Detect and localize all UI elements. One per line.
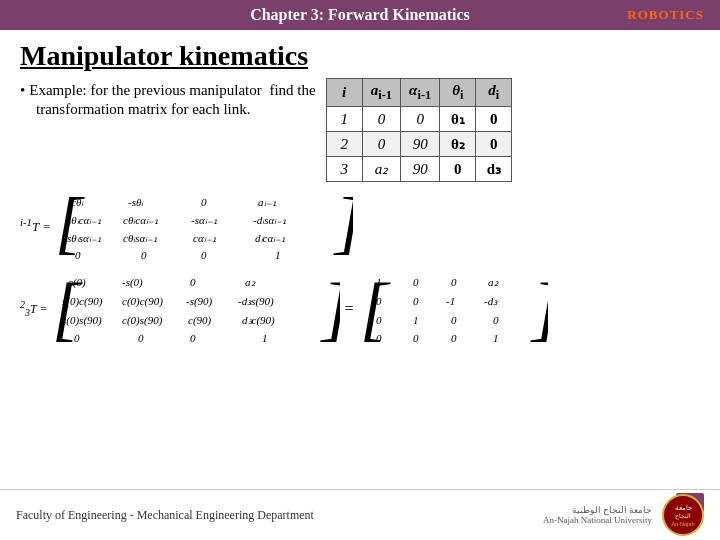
table-cell-4: d₃ xyxy=(476,157,512,182)
svg-text:sθᵢcαᵢ₋₁: sθᵢcαᵢ₋₁ xyxy=(67,214,101,226)
header-title: Chapter 3: Forward Kinematics xyxy=(250,6,470,24)
footer-text: Faculty of Engineering - Mechanical Engi… xyxy=(16,508,314,523)
col-d: di xyxy=(476,79,512,107)
svg-text:جامعة: جامعة xyxy=(675,504,692,511)
university-english: An-Najah National University xyxy=(543,515,652,525)
col-i: i xyxy=(326,79,362,107)
table-cell-1: 0 xyxy=(362,132,400,157)
svg-text:-d₃s(90): -d₃s(90) xyxy=(238,295,274,308)
svg-text:1: 1 xyxy=(262,332,268,344)
svg-text:cαᵢ₋₁: cαᵢ₋₁ xyxy=(193,232,216,244)
svg-text:dᵢcαᵢ₋₁: dᵢcαᵢ₋₁ xyxy=(255,232,285,244)
table-cell-4: 0 xyxy=(476,132,512,157)
dh-table-block: i ai-1 αi-1 θi di 100θ₁02090θ₂03a₂900d₃ xyxy=(326,78,513,182)
matrix-section: i-1T = [ ] cθᵢ -sθᵢ 0 aᵢ₋₁ sθᵢcαᵢ₋₁ cθᵢc… xyxy=(20,188,700,349)
svg-text:0: 0 xyxy=(201,249,207,261)
svg-text:0: 0 xyxy=(376,295,382,307)
svg-text:-s(0): -s(0) xyxy=(122,276,143,289)
col-ai1: ai-1 xyxy=(362,79,400,107)
svg-text:0: 0 xyxy=(141,249,147,261)
table-cell-3: 0 xyxy=(440,157,476,182)
svg-text:0: 0 xyxy=(493,314,499,326)
matrix2-rhs-svg: [ ] 1 0 0 a₂ 0 0 -1 -d₃ 0 1 0 0 0 0 xyxy=(358,269,548,349)
svg-text:0: 0 xyxy=(376,332,382,344)
svg-text:sθᵢsαᵢ₋₁: sθᵢsαᵢ₋₁ xyxy=(67,232,101,244)
svg-text:0: 0 xyxy=(190,332,196,344)
svg-text:0: 0 xyxy=(451,332,457,344)
svg-text:c(0)s(90): c(0)s(90) xyxy=(122,314,163,327)
svg-text:An-Najah: An-Najah xyxy=(672,521,695,527)
page-header: Chapter 3: Forward Kinematics ROBOTICS xyxy=(0,0,720,30)
table-cell-0: 2 xyxy=(326,132,362,157)
top-section: • Example: for the previous manipulator … xyxy=(20,82,700,182)
svg-text:s(0)c(90): s(0)c(90) xyxy=(62,295,103,308)
table-cell-0: 3 xyxy=(326,157,362,182)
svg-text:0: 0 xyxy=(190,276,196,288)
svg-text:-sθᵢ: -sθᵢ xyxy=(128,196,144,208)
university-logo: جامعة النجاح الوطنية An-Najah National U… xyxy=(543,494,704,536)
university-arabic: جامعة النجاح الوطنية xyxy=(543,505,652,515)
col-theta: θi xyxy=(440,79,476,107)
table-cell-3: θ₁ xyxy=(440,107,476,132)
table-cell-2: 0 xyxy=(401,107,440,132)
svg-text:0: 0 xyxy=(201,196,207,208)
svg-text:-sαᵢ₋₁: -sαᵢ₋₁ xyxy=(191,214,217,226)
svg-text:c(0)c(90): c(0)c(90) xyxy=(122,295,163,308)
svg-text:0: 0 xyxy=(75,249,81,261)
svg-text:النجاح: النجاح xyxy=(675,513,691,520)
svg-text:]: ] xyxy=(530,269,548,348)
table-cell-2: 90 xyxy=(401,157,440,182)
svg-text:]: ] xyxy=(333,188,353,261)
logo-robo: ROBO xyxy=(627,7,669,22)
footer: Faculty of Engineering - Mechanical Engi… xyxy=(0,489,720,540)
svg-text:-1: -1 xyxy=(446,295,455,307)
svg-text:cθᵢsαᵢ₋₁: cθᵢsαᵢ₋₁ xyxy=(123,232,157,244)
table-header-row: i ai-1 αi-1 θi di xyxy=(326,79,512,107)
transform-desc: transformation matrix for each link. xyxy=(36,101,316,118)
svg-text:aᵢ₋₁: aᵢ₋₁ xyxy=(258,196,276,208)
page-title: Manipulator kinematics xyxy=(20,40,700,72)
svg-text:1: 1 xyxy=(413,314,419,326)
table-cell-1: a₂ xyxy=(362,157,400,182)
table-cell-0: 1 xyxy=(326,107,362,132)
svg-text:0: 0 xyxy=(451,314,457,326)
matrix2-lhs-svg: [ ] c(0) -s(0) 0 a₂ s(0)c(90) c(0)c(90) … xyxy=(50,269,340,349)
svg-text:s(0)s(90): s(0)s(90) xyxy=(62,314,102,327)
svg-text:1: 1 xyxy=(493,332,499,344)
table-row: 3a₂900d₃ xyxy=(326,157,512,182)
matrix2-equation: 23T = [ ] c(0) -s(0) 0 a₂ s(0)c(90) c(0)… xyxy=(20,269,700,349)
svg-text:0: 0 xyxy=(138,332,144,344)
svg-text:d₃c(90): d₃c(90) xyxy=(242,314,275,327)
svg-text:cθᵢcαᵢ₋₁: cθᵢcαᵢ₋₁ xyxy=(123,214,158,226)
col-alpha: αi-1 xyxy=(401,79,440,107)
svg-text:cθᵢ: cθᵢ xyxy=(71,196,84,208)
table-cell-2: 90 xyxy=(401,132,440,157)
main-content: Manipulator kinematics • Example: for th… xyxy=(0,30,720,357)
matrix1-svg: [ ] cθᵢ -sθᵢ 0 aᵢ₋₁ sθᵢcαᵢ₋₁ cθᵢcαᵢ₋₁ -s… xyxy=(53,188,353,263)
svg-text:0: 0 xyxy=(74,332,80,344)
example-line: • Example: for the previous manipulator … xyxy=(20,82,316,99)
table-row: 100θ₁0 xyxy=(326,107,512,132)
table-cell-4: 0 xyxy=(476,107,512,132)
university-name-text: جامعة النجاح الوطنية An-Najah National U… xyxy=(543,505,652,525)
table-row: 2090θ₂0 xyxy=(326,132,512,157)
svg-text:1: 1 xyxy=(275,249,281,261)
equals-sign: = xyxy=(344,300,355,318)
svg-text:1: 1 xyxy=(376,276,382,288)
svg-text:0: 0 xyxy=(451,276,457,288)
dh-table: i ai-1 αi-1 θi di 100θ₁02090θ₂03a₂900d₃ xyxy=(326,78,513,182)
svg-text:c(90): c(90) xyxy=(188,314,212,327)
matrix1-label: i-1T = xyxy=(20,216,51,235)
bullet: • xyxy=(20,82,25,99)
matrix2-label: 23T = xyxy=(20,299,48,318)
svg-text:-d₃: -d₃ xyxy=(484,295,498,307)
svg-text:0: 0 xyxy=(413,276,419,288)
svg-text:-dᵢsαᵢ₋₁: -dᵢsαᵢ₋₁ xyxy=(253,214,286,226)
svg-text:]: ] xyxy=(320,269,340,348)
svg-text:-s(90): -s(90) xyxy=(186,295,213,308)
university-logo-svg: جامعة النجاح An-Najah xyxy=(662,494,704,536)
svg-text:0: 0 xyxy=(376,314,382,326)
svg-text:0: 0 xyxy=(413,295,419,307)
table-cell-3: θ₂ xyxy=(440,132,476,157)
svg-text:a₂: a₂ xyxy=(245,276,256,288)
